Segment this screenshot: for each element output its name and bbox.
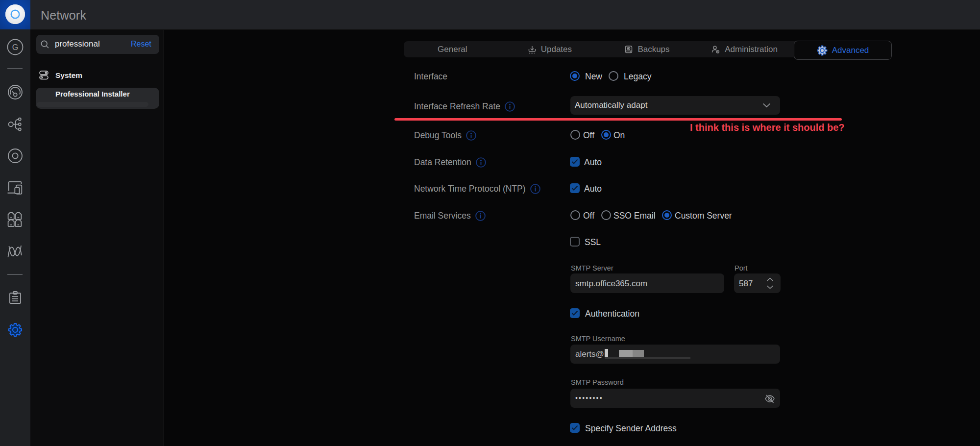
svg-text:G: G xyxy=(12,43,18,51)
